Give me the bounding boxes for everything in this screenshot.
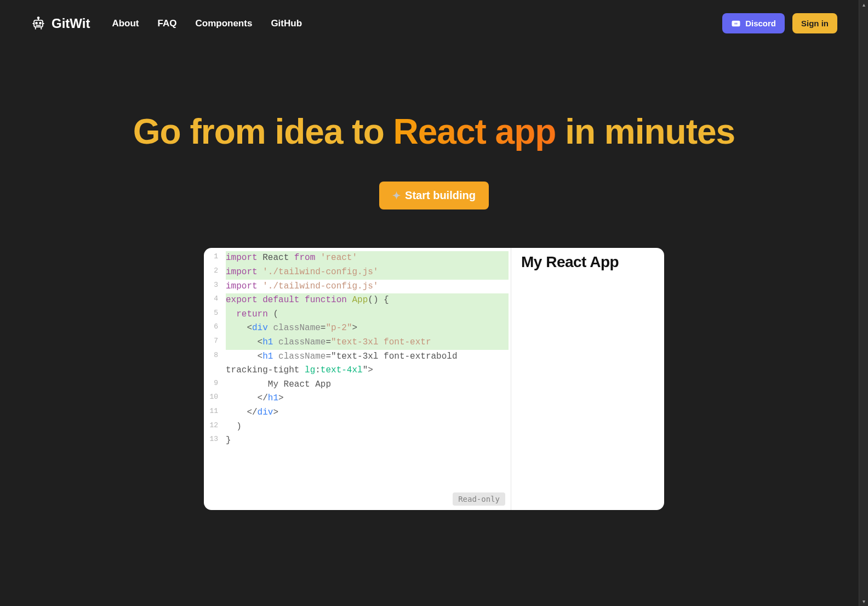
svg-point-3 bbox=[36, 22, 37, 24]
hero-pre: Go from idea to bbox=[133, 112, 393, 151]
start-building-button[interactable]: ✦ Start building bbox=[379, 182, 489, 209]
nav-components[interactable]: Components bbox=[195, 18, 252, 29]
browser-scrollbar[interactable]: ▴ ▾ bbox=[859, 0, 868, 606]
line-num: 8 bbox=[204, 350, 218, 378]
hero-cta: ✦ Start building bbox=[0, 182, 868, 209]
discord-button[interactable]: Discord bbox=[722, 13, 785, 33]
line-num: 10 bbox=[204, 392, 218, 406]
line-num: 2 bbox=[204, 265, 218, 280]
line-num: 5 bbox=[204, 308, 218, 322]
code-line: tracking-tight lg:text-4xl"> bbox=[226, 364, 509, 378]
code-block: import React from 'react' import './tail… bbox=[204, 248, 511, 448]
code-line: <h1 className="text-3xl font-extrabold bbox=[226, 350, 509, 364]
code-line: import React from 'react' bbox=[226, 251, 509, 265]
code-line: <div className="p-2"> bbox=[226, 321, 509, 336]
line-num: 3 bbox=[204, 280, 218, 294]
code-line: </h1> bbox=[226, 392, 509, 406]
readonly-badge: Read-only bbox=[453, 492, 505, 506]
line-num: 1 bbox=[204, 251, 218, 265]
magic-wand-icon: ✦ bbox=[392, 190, 401, 202]
line-num: 7 bbox=[204, 336, 218, 350]
preview-title: My React App bbox=[521, 253, 654, 271]
code-line: </div> bbox=[226, 406, 509, 420]
brand-name: GitWit bbox=[52, 16, 90, 31]
signin-label: Sign in bbox=[801, 19, 829, 28]
svg-rect-11 bbox=[735, 22, 736, 24]
nav-faq[interactable]: FAQ bbox=[158, 18, 177, 29]
code-line: <h1 className="text-3xl font-extr bbox=[226, 336, 509, 350]
header-actions: Discord Sign in bbox=[722, 13, 837, 33]
nav-about[interactable]: About bbox=[112, 18, 139, 29]
code-line: ) bbox=[226, 420, 509, 434]
hero-post: in minutes bbox=[556, 112, 735, 151]
demo-panel: 1 2 3 4 5 6 7 8 9 10 11 12 13 import Rea… bbox=[204, 248, 664, 510]
code-line: export default function App() { bbox=[226, 293, 509, 308]
hero-accent: React app bbox=[393, 112, 556, 151]
line-gutter: 1 2 3 4 5 6 7 8 9 10 11 12 13 bbox=[204, 251, 224, 448]
site-header: GitWit About FAQ Components GitHub Disco… bbox=[0, 0, 868, 47]
line-num: 6 bbox=[204, 321, 218, 336]
scroll-up-icon[interactable]: ▴ bbox=[859, 0, 868, 9]
discord-label: Discord bbox=[745, 19, 776, 28]
svg-rect-10 bbox=[732, 20, 740, 26]
code-line: import './tailwind-config.js' bbox=[226, 280, 509, 294]
svg-rect-12 bbox=[736, 22, 738, 24]
code-line: My React App bbox=[226, 378, 509, 392]
hero: Go from idea to React app in minutes ✦ S… bbox=[0, 112, 868, 209]
scroll-down-icon[interactable]: ▾ bbox=[859, 597, 868, 606]
start-building-label: Start building bbox=[405, 189, 476, 202]
line-num: 13 bbox=[204, 434, 218, 448]
code-line: import './tailwind-config.js' bbox=[226, 265, 509, 280]
signin-button[interactable]: Sign in bbox=[792, 13, 837, 33]
robot-logo-icon bbox=[31, 16, 46, 31]
code-editor: 1 2 3 4 5 6 7 8 9 10 11 12 13 import Rea… bbox=[204, 248, 511, 510]
code-line: } bbox=[226, 434, 509, 448]
main-nav: About FAQ Components GitHub bbox=[112, 18, 302, 29]
line-num: 9 bbox=[204, 378, 218, 392]
line-num: 12 bbox=[204, 420, 218, 434]
line-num: 4 bbox=[204, 293, 218, 308]
preview-pane: My React App bbox=[511, 248, 664, 510]
brand[interactable]: GitWit bbox=[31, 16, 90, 31]
line-num: 11 bbox=[204, 406, 218, 420]
discord-icon bbox=[731, 20, 741, 27]
hero-title: Go from idea to React app in minutes bbox=[0, 112, 868, 151]
nav-github[interactable]: GitHub bbox=[271, 18, 302, 29]
svg-point-4 bbox=[39, 22, 41, 24]
code-line: return ( bbox=[226, 308, 509, 322]
